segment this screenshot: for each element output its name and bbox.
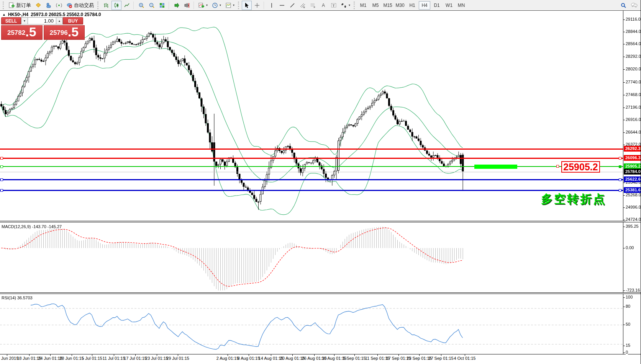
vertical-line-icon <box>269 2 275 8</box>
volume-increase-button[interactable]: ▲ <box>56 17 63 24</box>
macd-axis-tick <box>623 291 625 291</box>
volume-decrease-button[interactable]: ▼ <box>21 17 28 24</box>
buy-price-main: 25796 <box>49 27 67 39</box>
toolbar-separator <box>169 2 170 9</box>
templates-button[interactable]: ▾ <box>223 1 236 10</box>
candlestick-button[interactable] <box>111 1 121 10</box>
price-axis-label: 27468.0 <box>626 92 641 97</box>
metaeditor-button[interactable] <box>33 1 43 10</box>
volume-input[interactable]: 1.00 <box>28 17 56 24</box>
timeframe-button-M30[interactable]: M30 <box>394 1 406 10</box>
date-axis-label: 23 Sep 01:15 <box>407 356 431 361</box>
rsi-panel-canvas[interactable] <box>0 294 623 354</box>
price-level-label: 25905.2 <box>624 163 641 169</box>
date-axis-line <box>0 354 641 354</box>
bar-chart-button[interactable] <box>101 1 111 10</box>
price-level-line[interactable] <box>0 172 623 172</box>
svg-text:E: E <box>303 6 305 8</box>
price-callout-anchor[interactable] <box>556 165 559 168</box>
autotrading-button[interactable]: 自动交易 <box>64 1 96 10</box>
date-axis-label: 4 Oct 01:15 <box>454 356 476 361</box>
tile-windows-button[interactable] <box>157 1 167 10</box>
line-start-marker[interactable] <box>0 157 3 160</box>
price-level-line[interactable] <box>0 166 623 167</box>
macd-axis-tick <box>623 248 625 248</box>
search-button[interactable] <box>618 1 628 10</box>
date-axis-label: 11 Jul 01:15 <box>102 356 125 361</box>
text-button[interactable]: A <box>318 1 328 10</box>
label-button[interactable]: T <box>329 1 339 10</box>
macd-panel-canvas[interactable] <box>0 222 623 293</box>
auto-scroll-icon <box>174 2 180 8</box>
line-chart-button[interactable] <box>122 1 132 10</box>
sell-price-display[interactable]: 25782 .5 <box>1 25 43 40</box>
line-marker-square[interactable] <box>619 165 621 168</box>
price-level-line[interactable] <box>0 158 623 159</box>
collapse-trade-panel-icon[interactable]: ▲ <box>2 13 6 16</box>
arrows-button[interactable]: ▾ <box>339 1 352 10</box>
new-order-button[interactable]: 新订单 <box>7 1 33 10</box>
periods-button[interactable]: ▾ <box>210 1 223 10</box>
toolbar-grip <box>3 2 5 9</box>
date-axis-label: 17 Jul 01:15 <box>124 356 147 361</box>
price-level-line[interactable] <box>0 149 623 150</box>
svg-text:A: A <box>322 3 325 8</box>
line-marker-square[interactable] <box>619 189 621 192</box>
chat-button[interactable] <box>629 1 639 10</box>
toolbar-grip <box>238 2 240 9</box>
indicators-button[interactable]: ▾ <box>197 1 210 10</box>
fibonacci-icon: F <box>310 2 316 8</box>
sell-button[interactable]: SELL <box>1 17 21 24</box>
date-axis-label: 5 Sep 01:15 <box>343 356 366 361</box>
date-axis-label: 2 Aug 01:15 <box>216 356 239 361</box>
zoom-in-button[interactable] <box>136 1 146 10</box>
horizontal-line-button[interactable] <box>277 1 287 10</box>
crosshair-button[interactable] <box>252 1 262 10</box>
price-level-line[interactable] <box>0 179 623 180</box>
rsi-panel-separator[interactable] <box>0 292 641 294</box>
rsi-axis-label: 80 <box>626 304 630 309</box>
cursor-button[interactable] <box>242 1 252 10</box>
macd-panel-separator[interactable] <box>0 221 641 222</box>
rsi-axis-tick <box>623 325 625 325</box>
signals-button[interactable] <box>54 1 64 10</box>
trendline-button[interactable] <box>287 1 297 10</box>
timeframe-button-H4[interactable]: H4 <box>419 1 430 10</box>
line-start-marker[interactable] <box>0 165 3 168</box>
highlight-rectangle[interactable] <box>474 165 517 169</box>
timeframe-button-D1[interactable]: D1 <box>431 1 443 10</box>
line-marker-square[interactable] <box>619 157 621 160</box>
channel-button[interactable]: E <box>298 1 308 10</box>
buy-button[interactable]: BUY <box>63 17 83 24</box>
new-order-icon <box>8 2 15 8</box>
chinese-annotation-text[interactable]: 多空转折点 <box>541 191 606 207</box>
price-callout-label[interactable]: 25905.2 <box>561 161 600 173</box>
trendline-icon <box>289 2 295 8</box>
toolbar-separator <box>264 2 265 9</box>
timeframe-button-H1[interactable]: H1 <box>407 1 418 10</box>
navigator-button[interactable] <box>44 1 54 10</box>
timeframe-button-M1[interactable]: M1 <box>357 1 369 10</box>
rsi-axis-tick <box>623 297 625 298</box>
timeframe-button-MN[interactable]: MN <box>456 1 467 10</box>
vertical-line-button[interactable] <box>267 1 277 10</box>
timeframe-button-M15[interactable]: M15 <box>382 1 393 10</box>
price-axis-tick <box>623 69 625 70</box>
line-start-marker[interactable] <box>0 178 3 181</box>
price-level-line[interactable] <box>0 190 623 191</box>
fibonacci-button[interactable]: F <box>308 1 318 10</box>
timeframe-button-W1[interactable]: W1 <box>443 1 455 10</box>
auto-scroll-button[interactable] <box>172 1 182 10</box>
timeframe-button-M5[interactable]: M5 <box>370 1 381 10</box>
ohlc-values: 25973.0 26025.5 25562.0 25784.0 <box>31 12 101 17</box>
periods-icon <box>212 2 218 8</box>
price-axis-label: 29116.0 <box>626 17 641 21</box>
indicators-icon <box>198 2 205 8</box>
buy-price-display[interactable]: 25796 .5 <box>44 25 85 40</box>
line-marker-square[interactable] <box>619 178 621 181</box>
line-start-marker[interactable] <box>0 189 3 192</box>
chart-shift-button[interactable] <box>182 1 192 10</box>
date-axis-label: 8 Aug 01:15 <box>238 356 260 361</box>
zoom-out-button[interactable] <box>147 1 157 10</box>
candlestick-icon <box>113 2 120 8</box>
